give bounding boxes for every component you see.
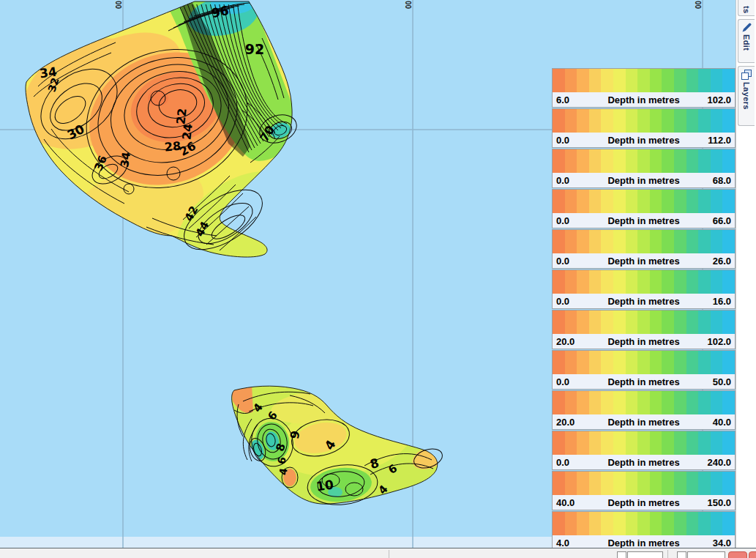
legend-color-band — [674, 69, 686, 92]
legend-color-band — [650, 270, 662, 294]
legend-color-band — [662, 431, 674, 455]
legend-color-band — [722, 431, 735, 455]
legend-color-band — [674, 190, 686, 213]
statusbar-checkbox[interactable] — [677, 551, 686, 558]
legend-color-band — [637, 310, 650, 334]
legend-color-band — [674, 310, 686, 334]
legend-entry[interactable]: 0.0Depth in metres16.0 — [552, 269, 736, 309]
legend-color-band — [698, 310, 711, 334]
legend-color-band — [613, 230, 626, 253]
legend-color-band — [662, 190, 674, 213]
tab-label: Layers — [742, 82, 751, 110]
legend-label-row: 0.0Depth in metres66.0 — [553, 213, 735, 228]
legend-color-band — [722, 109, 735, 133]
contour-depth-label: 92 — [245, 41, 264, 57]
legend-color-band — [577, 431, 589, 455]
legend-entry[interactable]: 0.0Depth in metres66.0 — [552, 189, 736, 228]
statusbar-red-button[interactable] — [728, 551, 747, 558]
legend-color-band — [601, 270, 613, 294]
legend-label-row: 0.0Depth in metres240.0 — [553, 455, 735, 469]
legend-color-band — [613, 310, 626, 334]
legend-color-band — [637, 351, 650, 374]
legend-color-band — [711, 310, 723, 334]
legend-entry[interactable]: 0.0Depth in metres112.0 — [552, 108, 736, 148]
legend-color-band — [662, 351, 674, 374]
legend-color-band — [662, 69, 674, 92]
legend-color-band — [711, 472, 723, 495]
legend-color-band — [565, 472, 577, 495]
legend-max-value: 26.0 — [696, 256, 731, 267]
legend-color-band — [637, 431, 650, 455]
legend-entry[interactable]: 0.0Depth in metres26.0 — [552, 229, 736, 269]
legend-color-band — [711, 391, 723, 414]
legend-color-band — [626, 270, 638, 294]
legend-entry[interactable]: 20.0Depth in metres40.0 — [552, 390, 736, 430]
legend-color-band — [650, 310, 662, 334]
legend-color-band — [553, 512, 565, 535]
legend-label-row: 40.0Depth in metres150.0 — [553, 495, 735, 510]
legend-color-bar — [553, 149, 735, 173]
legend-title: Depth in metres — [591, 135, 696, 146]
legend-color-band — [650, 431, 662, 455]
legend-color-band — [711, 431, 723, 455]
contour-depth-label: 22 — [173, 108, 189, 125]
legend-color-band — [613, 69, 626, 92]
legend-color-band — [589, 431, 602, 455]
statusbar-field[interactable] — [687, 551, 725, 558]
legend-color-band — [674, 109, 686, 133]
legend-color-band — [686, 149, 699, 173]
legend-color-band — [589, 472, 602, 495]
legend-entry[interactable]: 4.0Depth in metres34.0 — [552, 511, 736, 551]
legend-color-band — [698, 512, 711, 535]
legend-color-bar — [553, 431, 735, 455]
contour-depth-label: 24 — [179, 123, 195, 141]
tab-edit[interactable]: Edit — [738, 19, 755, 63]
legend-color-bar — [553, 472, 735, 495]
legend-label-row: 6.0Depth in metres102.0 — [553, 92, 735, 107]
legend-color-band — [674, 431, 686, 455]
legend-color-band — [553, 270, 565, 294]
legend-color-band — [589, 351, 602, 374]
panel-divider — [736, 0, 736, 548]
legend-entry[interactable]: 0.0Depth in metres50.0 — [552, 350, 736, 390]
legend-color-band — [601, 431, 613, 455]
legend-min-value: 20.0 — [556, 336, 591, 347]
legend-color-band — [637, 270, 650, 294]
tab-partial-top[interactable]: ts — [738, 0, 755, 16]
legend-max-value: 40.0 — [696, 417, 731, 428]
legend-color-band — [650, 512, 662, 535]
legend-entry[interactable]: 6.0Depth in metres102.0 — [552, 68, 736, 108]
legend-color-band — [626, 472, 638, 495]
tab-layers[interactable]: Layers — [738, 66, 755, 126]
legend-color-band — [565, 190, 577, 213]
legend-color-band — [589, 149, 602, 173]
legend-color-band — [577, 149, 589, 173]
legend-color-band — [674, 351, 686, 374]
legend-color-band — [553, 351, 565, 374]
legend-color-band — [626, 190, 638, 213]
statusbar-red-button[interactable] — [749, 551, 756, 558]
legend-color-band — [674, 512, 686, 535]
statusbar-checkbox[interactable] — [617, 551, 626, 558]
legend-color-band — [686, 190, 699, 213]
legend-color-band — [698, 431, 711, 455]
legend-max-value: 66.0 — [696, 215, 731, 226]
statusbar-field[interactable] — [627, 551, 663, 558]
legend-color-band — [565, 149, 577, 173]
legend-color-band — [662, 512, 674, 535]
legend-color-band — [722, 310, 735, 334]
legend-color-bar — [553, 109, 735, 133]
legend-title: Depth in metres — [591, 175, 696, 186]
legend-min-value: 6.0 — [556, 94, 591, 105]
legend-color-band — [662, 472, 674, 495]
legend-color-band — [722, 190, 735, 213]
legend-entry[interactable]: 0.0Depth in metres240.0 — [552, 431, 736, 470]
legend-color-band — [650, 109, 662, 133]
legend-color-band — [662, 109, 674, 133]
legend-entry[interactable]: 20.0Depth in metres102.0 — [552, 310, 736, 349]
tab-label: Edit — [742, 34, 751, 51]
legend-entry[interactable]: 40.0Depth in metres150.0 — [552, 471, 736, 510]
legend-entry[interactable]: 0.0Depth in metres68.0 — [552, 149, 736, 188]
legend-color-band — [565, 69, 577, 92]
legend-color-band — [698, 190, 711, 213]
